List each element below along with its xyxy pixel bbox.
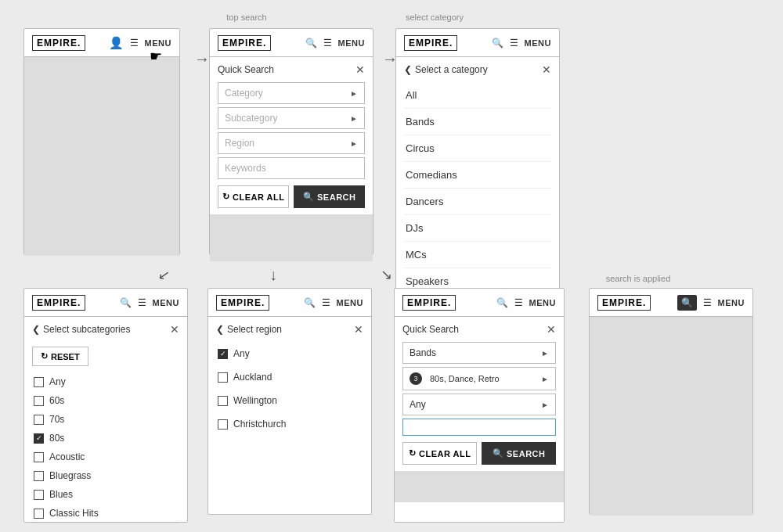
checkbox-blues (34, 490, 44, 500)
region-wellington[interactable]: Wellington (216, 389, 363, 412)
hamburger-icon[interactable]: ☰ (130, 38, 139, 49)
frame4-back-btn[interactable]: ❮ Select subcategories (32, 324, 130, 335)
frame2-subcategory-label: Subcategory (225, 113, 277, 124)
frame3-menu-label: MENU (525, 38, 551, 48)
frame6-close-btn[interactable]: ✕ (547, 323, 556, 336)
frame7-navbar: EMPIRE. 🔍 ☰ MENU (590, 289, 752, 317)
check-any[interactable]: Any (32, 372, 179, 391)
canvas: top search select category search is app… (0, 0, 783, 532)
frame5-close-btn[interactable]: ✕ (354, 323, 363, 336)
frame2-logo: EMPIRE. (218, 35, 271, 51)
frame4-close-btn[interactable]: ✕ (170, 323, 179, 336)
check-blues[interactable]: Blues (32, 485, 179, 504)
check-70s-label: 70s (49, 414, 64, 425)
frame6-menu-label: MENU (529, 298, 556, 307)
refresh-icon-6: ↻ (409, 448, 417, 458)
frame6-subcat-badge: 3 (410, 372, 422, 385)
region-any[interactable]: ✓ Any (216, 342, 363, 365)
frame3-close-btn[interactable]: ✕ (542, 63, 551, 76)
checkbox-region-wellington (218, 396, 228, 406)
check-70s[interactable]: 70s (32, 410, 179, 429)
frame7-nav-icons: 🔍 ☰ MENU (677, 295, 745, 311)
frame3-navbar: EMPIRE. 🔍 ☰ MENU (396, 29, 559, 57)
cat-item-bands[interactable]: Bands (404, 109, 551, 135)
frame6-clear-all-btn[interactable]: ↻ CLEAR ALL (402, 442, 477, 465)
search-icon-4[interactable]: 🔍 (120, 297, 132, 308)
checkbox-60s (34, 396, 44, 406)
check-blues-label: Blues (49, 489, 73, 500)
hamburger-icon-2[interactable]: ☰ (323, 38, 332, 49)
frame4-reset-label: RESET (51, 352, 80, 361)
frame3-back-btn[interactable]: ❮ Select a category (404, 64, 488, 75)
region-christchurch[interactable]: Christchurch (216, 412, 363, 436)
frame-2: EMPIRE. 🔍 ☰ MENU Quick Search ✕ Category… (209, 28, 373, 255)
arrow-right-1: → (194, 50, 210, 68)
frame2-search-panel: Quick Search ✕ Category ► Subcategory ► … (210, 57, 373, 214)
hamburger-icon-4[interactable]: ☰ (138, 297, 146, 308)
frame4-navbar: EMPIRE. 🔍 ☰ MENU (24, 289, 187, 317)
search-icon-5[interactable]: 🔍 (304, 297, 316, 308)
frame4-reset-btn[interactable]: ↻ RESET (32, 347, 88, 366)
frame5-nav-icons: 🔍 ☰ MENU (304, 297, 363, 308)
checkbox-80s: ✓ (34, 433, 44, 444)
frame2-close-btn[interactable]: ✕ (355, 63, 365, 76)
cat-item-circus[interactable]: Circus (404, 135, 551, 162)
frame2-navbar: EMPIRE. 🔍 ☰ MENU (210, 29, 373, 57)
search-icon[interactable]: 🔍 (305, 38, 317, 49)
cat-item-comedians[interactable]: Comedians (404, 162, 551, 189)
frame5-navbar: EMPIRE. 🔍 ☰ MENU (208, 289, 371, 317)
checkbox-bluegrass (34, 471, 44, 481)
frame-4: EMPIRE. 🔍 ☰ MENU ❮ Select subcategories … (23, 288, 188, 523)
frame6-region-field[interactable]: Any ► (402, 394, 556, 415)
frame4-panel-title: ❮ Select subcategories ✕ (32, 323, 179, 336)
hamburger-icon-7[interactable]: ☰ (703, 297, 712, 308)
frame6-category-field[interactable]: Bands ► (402, 342, 556, 364)
arrow-down-left: ↙ (157, 265, 171, 284)
refresh-icon: ↻ (222, 192, 230, 202)
frame5-logo: EMPIRE. (216, 295, 269, 311)
check-80s[interactable]: ✓ 80s (32, 429, 179, 448)
frame-6: EMPIRE. 🔍 ☰ MENU Quick Search ✕ Bands ► … (394, 288, 565, 523)
search-icon-3[interactable]: 🔍 (492, 38, 503, 49)
check-bluegrass[interactable]: Bluegrass (32, 466, 179, 485)
user-icon[interactable]: 👤 (109, 36, 124, 50)
frame6-keywords-field[interactable] (402, 419, 556, 436)
frame6-content (395, 471, 564, 502)
frame2-search-btn[interactable]: 🔍 SEARCH (294, 185, 365, 208)
frame3-category-list: All Bands Circus Comedians Dancers DJs M… (404, 82, 551, 295)
frame6-search-btn[interactable]: 🔍 SEARCH (482, 442, 556, 465)
frame6-title-text: Quick Search (402, 324, 459, 335)
frame2-region-field[interactable]: Region ► (218, 132, 365, 154)
region-any-label: Any (233, 348, 250, 359)
hamburger-icon-5[interactable]: ☰ (322, 297, 330, 308)
frame5-back-btn[interactable]: ❮ Select region (216, 324, 282, 335)
cat-item-dancers[interactable]: Dancers (404, 189, 551, 215)
frame5-menu-label: MENU (337, 298, 363, 307)
frame6-subcategory-field[interactable]: 3 80s, Dance, Retro ► (402, 367, 556, 390)
frame2-category-field[interactable]: Category ► (218, 82, 365, 104)
frame2-menu-label: MENU (338, 38, 365, 48)
frame1-nav-icons: 👤 ☰ MENU (109, 36, 171, 50)
check-acoustic[interactable]: Acoustic (32, 448, 179, 466)
hamburger-icon-3[interactable]: ☰ (510, 38, 518, 49)
cat-item-all[interactable]: All (404, 82, 551, 109)
frame4-title-text: Select subcategories (43, 324, 130, 335)
search-applied-icon[interactable]: 🔍 (677, 295, 697, 311)
cat-item-mcs[interactable]: MCs (404, 242, 551, 268)
frame1-navbar: EMPIRE. 👤 ☰ MENU (24, 29, 179, 57)
frame2-keywords-field[interactable]: Keywords (218, 157, 365, 179)
frame2-clear-all-btn[interactable]: ↻ CLEAR ALL (218, 185, 289, 208)
frame7-logo: EMPIRE. (597, 295, 651, 311)
check-any-label: Any (49, 376, 66, 387)
frame3-logo: EMPIRE. (404, 35, 457, 51)
region-auckland[interactable]: Auckland (216, 365, 363, 389)
cat-item-djs[interactable]: DJs (404, 215, 551, 242)
search-icon-6[interactable]: 🔍 (496, 297, 508, 308)
check-60s[interactable]: 60s (32, 391, 179, 410)
hamburger-icon-6[interactable]: ☰ (514, 297, 523, 308)
check-classic-hits[interactable]: Classic Hits (32, 504, 179, 523)
frame2-subcategory-field[interactable]: Subcategory ► (218, 107, 365, 129)
chevron-right-icon: ► (350, 89, 358, 98)
frame4-panel: ❮ Select subcategories ✕ ↻ RESET Any 60s (24, 317, 187, 532)
chevron-right-region: ► (541, 401, 549, 409)
